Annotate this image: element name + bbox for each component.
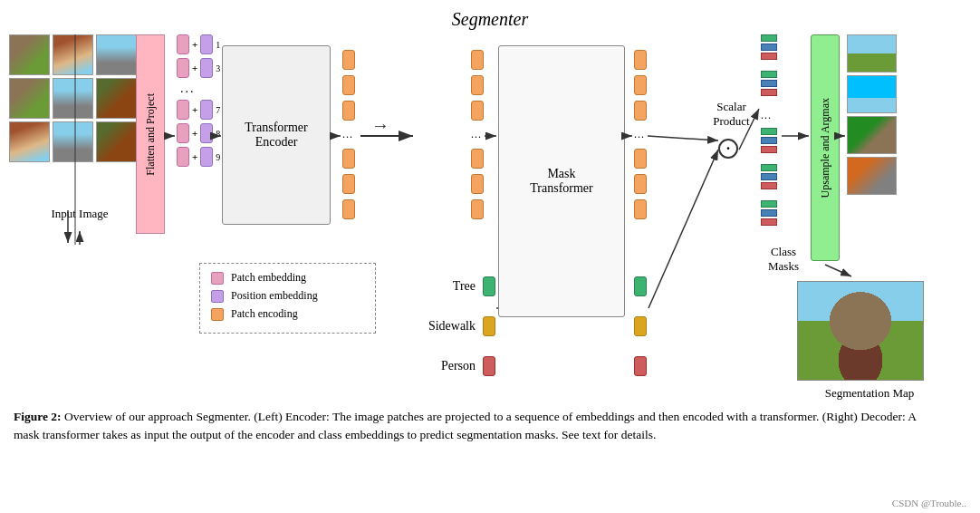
segmentation-map (797, 281, 924, 381)
enc2-token-3 (471, 101, 484, 121)
patch-embedding-label: Patch embedding (231, 271, 306, 285)
scalar-product-symbol: · (718, 139, 738, 159)
class-person-label: Person (417, 359, 476, 373)
caption-label: Figure 2: (14, 410, 62, 423)
svg-line-16 (825, 265, 851, 276)
pos-token-9 (200, 147, 213, 167)
mask-class-sidewalk-out (634, 316, 647, 336)
token-embeddings: + 1 + 3 ... + 7 + 8 + (177, 34, 226, 167)
seg-map-label: Segmentation Map (806, 386, 933, 401)
enc2-token-4 (471, 149, 484, 169)
enc2-token-1 (471, 50, 484, 70)
patch-token-1 (177, 34, 189, 54)
out-img-2 (847, 75, 897, 113)
class-tree-label: Tree (417, 279, 476, 294)
encoder-output-tokens: ... (342, 50, 355, 219)
mask-out-token-1 (634, 50, 647, 70)
position-embedding-label: Position embedding (231, 289, 318, 303)
mask-out-token-5 (634, 174, 647, 194)
legend-position-embedding: Position embedding (211, 289, 364, 303)
enc-token-5 (342, 174, 355, 194)
patch-token-8 (177, 123, 189, 143)
patch-token-7 (177, 100, 189, 120)
input-images-grid (9, 34, 137, 206)
diagram-title: Segmenter (452, 9, 528, 30)
mask-stack-4 (761, 164, 777, 189)
token-row-7: + 7 (177, 100, 226, 120)
class-embeddings: Tree Sidewalk Person (417, 276, 495, 376)
enc2-token-5 (471, 174, 484, 194)
transformer-encoder-label: TransformerEncoder (245, 121, 307, 150)
flatten-project-label: Flatten and Project (144, 93, 158, 176)
enc2-token-2 (471, 75, 484, 95)
class-person-token (483, 356, 495, 376)
out-img-1 (847, 34, 897, 73)
pos-token-3 (200, 58, 213, 78)
mask-out-token-4 (634, 149, 647, 169)
enc-token-1 (342, 50, 355, 70)
patch-encoding-swatch (211, 308, 224, 321)
mask-stack-5 (761, 200, 777, 226)
out-img-3 (847, 116, 897, 154)
input-img-2 (53, 34, 93, 75)
enc-token-4 (342, 149, 355, 169)
mask-transformer-label: MaskTransformer (530, 167, 592, 196)
class-tree-token (483, 276, 495, 296)
upsample-argmax-label: Upsample and Argmax (819, 98, 832, 198)
mask-stack-3 (761, 128, 777, 153)
mask-out-token-2 (634, 75, 647, 95)
class-tree-row: Tree (417, 276, 495, 296)
mask-class-tree-out (634, 276, 647, 296)
patch-embedding-swatch (211, 272, 224, 285)
output-images (847, 34, 897, 195)
mask-class-person-out (634, 356, 647, 376)
svg-text:→: → (371, 115, 389, 135)
position-embedding-swatch (211, 290, 224, 303)
flatten-project-box: Flatten and Project (136, 34, 165, 234)
input-img-5 (53, 78, 93, 119)
caption: Figure 2: Overview of our approach Segme… (14, 408, 919, 445)
legend-box: Patch embedding Position embedding Patch… (199, 263, 376, 334)
patch-token-3 (177, 58, 189, 78)
token-row-1: + 1 (177, 34, 226, 54)
mask-stack-1 (761, 34, 777, 60)
token-dots: ... (177, 82, 226, 96)
class-sidewalk-token (483, 316, 495, 336)
token-row-3: + 3 (177, 58, 226, 78)
input-img-8 (53, 121, 93, 162)
mask-out-token-3 (634, 101, 647, 121)
patch-token-9 (177, 147, 189, 167)
token-row-9: + 9 (177, 147, 226, 167)
legend-patch-embedding: Patch embedding (211, 271, 364, 285)
pos-token-7 (200, 100, 213, 120)
enc-token-6 (342, 199, 355, 219)
class-masks-stacks: ... (761, 34, 777, 226)
enc-token-2 (342, 75, 355, 95)
out-img-4 (847, 157, 897, 195)
caption-text: Overview of our approach Segmenter. (Lef… (14, 410, 916, 441)
enc2-token-6 (471, 199, 484, 219)
mask-out-token-6 (634, 199, 647, 219)
input-img-9 (96, 121, 137, 162)
class-sidewalk-label: Sidewalk (417, 319, 476, 334)
class-person-row: Person (417, 356, 495, 376)
svg-line-11 (649, 150, 718, 308)
encoder-output-tokens-2: ... (471, 50, 484, 219)
input-img-3 (96, 34, 137, 75)
class-sidewalk-row: Sidewalk (417, 316, 495, 336)
token-row-8: + 8 (177, 123, 226, 143)
pos-token-1 (200, 34, 213, 54)
input-img-1 (9, 34, 50, 75)
enc-token-3 (342, 101, 355, 121)
input-img-4 (9, 78, 50, 119)
watermark: CSDN @Trouble.. (892, 498, 966, 508)
class-masks-label: ClassMasks (761, 245, 806, 274)
input-image-label: Input Image (16, 207, 143, 221)
upsample-argmax-box: Upsample and Argmax (811, 34, 840, 261)
pos-token-8 (200, 123, 213, 143)
input-img-6 (96, 78, 137, 119)
mask-transformer-box: MaskTransformer (498, 45, 625, 317)
mask-class-outputs (634, 276, 647, 376)
mask-stack-2 (761, 71, 777, 96)
seg-map-visual (798, 282, 923, 380)
